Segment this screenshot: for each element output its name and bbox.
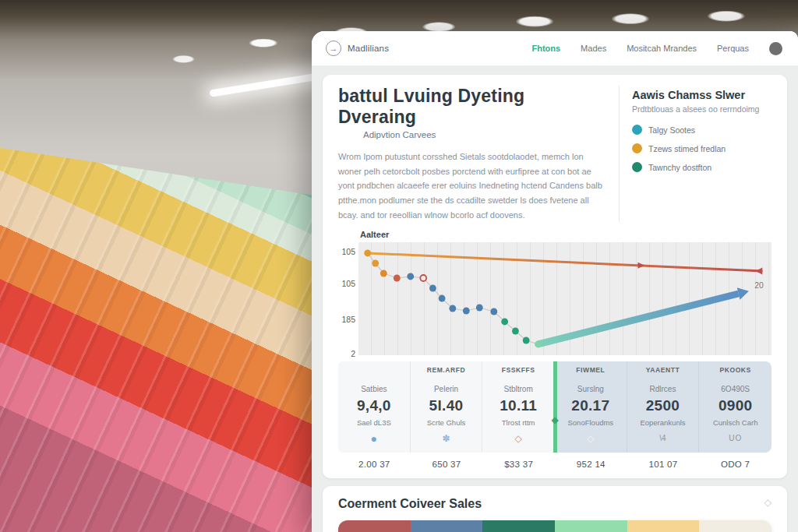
cell-value: 2500 <box>630 397 696 414</box>
stats-table: Satbies 9,4,0 Sael dL3S ● REM.ARFD Peler… <box>338 361 772 453</box>
legend-item-tzews-stimed[interactable]: Tzews stimed fredlan <box>632 143 772 153</box>
cell-sublabel: Cunlsch Carh <box>702 418 768 427</box>
brand-logo[interactable]: → Madlilians <box>326 41 389 56</box>
footer-value: 952 14 <box>555 460 627 469</box>
table-column[interactable]: Satbies 9,4,0 Sael dL3S ● <box>338 361 411 453</box>
cell-label: Stbltrom <box>486 385 551 393</box>
table-column-highlighted[interactable]: YAAENTT Rdlrces 2500 Eoperankunls \4 <box>627 361 700 453</box>
table-column-highlighted[interactable]: FIWMEL Surslng 20.17 SonoFloudms ◇ <box>555 361 627 453</box>
cell-label: Rdlrces <box>630 385 696 393</box>
y-tick: 2 <box>351 349 355 358</box>
page-subtitle: Adipvtion Carvees <box>363 130 606 139</box>
svg-text:20: 20 <box>754 282 764 291</box>
y-tick: 105 <box>341 279 355 288</box>
flower-icon: ✽ <box>414 432 479 445</box>
sales-tile: 15E9 Curstapskont <box>411 520 483 532</box>
cell-value: 20.17 <box>558 397 623 414</box>
column-header: YAAENTT <box>630 366 696 379</box>
column-header: FIWMEL <box>558 366 623 379</box>
chart-plot-area[interactable]: 20 <box>358 242 772 355</box>
chart-svg: 20 <box>358 242 772 355</box>
sales-card: Coerment Coiveer Sales ◇ 50% Sebhluote 1… <box>323 486 787 532</box>
sales-tile: 1Ø8 Welcr rerltds <box>482 520 555 532</box>
cell-sublabel: Sael dL3S <box>341 418 407 427</box>
table-column[interactable]: REM.ARFD Pelerin 5l.40 Scrte Ghuls ✽ <box>411 361 483 453</box>
legend-label: Tzews stimed fredlan <box>648 144 726 153</box>
column-header <box>341 366 407 379</box>
diamond-icon: ◇ <box>558 432 623 445</box>
legend-item-tawnchy[interactable]: Tawnchy dostfton <box>632 162 772 172</box>
dashboard-panel: → Madlilians Fhtons Mades Mositcah Mrand… <box>312 31 798 532</box>
sales-tile: 133 Conlaloncatis <box>555 520 627 532</box>
page-title: battul Lvuing Dyeting Dveraing <box>338 86 606 128</box>
check-icon: \4 <box>630 432 696 445</box>
nav-item-mositcah-mrandes[interactable]: Mositcah Mrandes <box>627 44 697 53</box>
green-marker-icon: ◆ <box>551 414 558 425</box>
cell-value: 0900 <box>702 397 768 414</box>
app-header: → Madlilians Fhtons Mades Mositcah Mrand… <box>312 31 798 65</box>
green-accent-stripe <box>553 361 557 453</box>
cell-sublabel: Tlrost rttm <box>486 418 551 427</box>
aside-subtitle: Prdtbtlouas a alsees oo rerrndoimg <box>632 104 772 114</box>
sales-tile: 50% Sebhluote <box>338 520 411 532</box>
cell-label: 6O490S <box>702 385 768 393</box>
brand-name: Madlilians <box>348 44 389 53</box>
dashboard-body: battul Lvuing Dyeting Dveraing Adipvtion… <box>312 65 798 532</box>
sales-tile: 17 Mohres orlion <box>699 520 772 532</box>
title-block: battul Lvuing Dyeting Dveraing Adipvtion… <box>338 86 619 222</box>
sales-tile: 16 4BU Tesolations <box>627 520 700 532</box>
screen: → Madlilians Fhtons Mades Mositcah Mrand… <box>0 0 798 532</box>
legend-label: Talgy Sootes <box>648 125 695 135</box>
cell-label: Satbies <box>341 385 407 393</box>
legend-dot-icon <box>632 125 642 135</box>
cell-value: 5l.40 <box>414 397 479 414</box>
legend-label: Tawnchy dostfton <box>648 163 711 172</box>
table-column[interactable]: FSSKFFS Stbltrom 10.11 Tlrost rttm ◇ <box>482 361 555 453</box>
table-column-highlighted[interactable]: PKOOKS 6O490S 0900 Cunlsch Carh UO <box>699 361 772 453</box>
column-header: FSSKFFS <box>486 366 551 379</box>
footer-value: ODO 7 <box>699 460 772 469</box>
footer-value: 101 07 <box>627 460 700 469</box>
dot-icon: ● <box>341 432 407 445</box>
intro-paragraph: Wrom Ipom putustunt corsshed Sietals soo… <box>338 150 606 222</box>
cell-label: Surslng <box>558 385 623 393</box>
legend-dot-icon <box>632 162 642 172</box>
chart-summary-aside: Aawis Chamss Slwer Prdtbtlouas a alsees … <box>619 86 772 222</box>
nav-item-mades[interactable]: Mades <box>581 44 606 53</box>
table-footer-row: 2.00 37 650 37 $33 37 952 14 101 07 ODO … <box>338 460 772 469</box>
chart-legend: Talgy Sootes Tzews stimed fredlan Tawnch… <box>632 125 772 172</box>
diamond-icon: ◇ <box>486 432 551 445</box>
uo-icon: UO <box>702 432 768 445</box>
sales-tiles: 50% Sebhluote 15E9 Curstapskont 1Ø8 Welc… <box>338 520 772 532</box>
y-tick: 185 <box>341 315 355 324</box>
y-axis: 105 105 185 2 <box>338 242 358 355</box>
legend-item-talgy-sootes[interactable]: Talgy Sootes <box>632 125 772 135</box>
nav-item-fhtons[interactable]: Fhtons <box>531 44 560 53</box>
top-nav: Fhtons Mades Mositcah Mrandes Perquas <box>531 42 782 55</box>
arrow-logo-icon: → <box>326 41 341 56</box>
legend-dot-icon <box>632 143 642 153</box>
nav-item-perquas[interactable]: Perquas <box>717 44 749 53</box>
cell-label: Pelerin <box>414 385 479 393</box>
footer-value: 650 37 <box>411 460 483 469</box>
footer-value: 2.00 37 <box>338 460 411 469</box>
cell-sublabel: Eoperankunls <box>630 418 696 427</box>
chart-axis-label: Aalteer <box>360 230 772 239</box>
expand-diamond-icon[interactable]: ◇ <box>764 497 772 508</box>
main-card: battul Lvuing Dyeting Dveraing Adipvtion… <box>323 75 787 478</box>
user-avatar[interactable] <box>769 42 782 55</box>
cell-sublabel: Scrte Ghuls <box>414 418 479 427</box>
cell-value: 9,4,0 <box>341 397 407 414</box>
column-header: PKOOKS <box>702 366 768 379</box>
y-tick: 105 <box>341 247 355 256</box>
column-header: REM.ARFD <box>414 366 479 379</box>
sales-title: Coerment Coiveer Sales <box>338 497 482 511</box>
adoption-chart: Aalteer 105 105 185 2 20 <box>338 230 772 355</box>
cell-sublabel: SonoFloudms <box>558 418 623 427</box>
aside-title: Aawis Chamss Slwer <box>632 89 772 101</box>
footer-value: $33 37 <box>482 460 555 469</box>
cell-value: 10.11 <box>486 397 551 414</box>
